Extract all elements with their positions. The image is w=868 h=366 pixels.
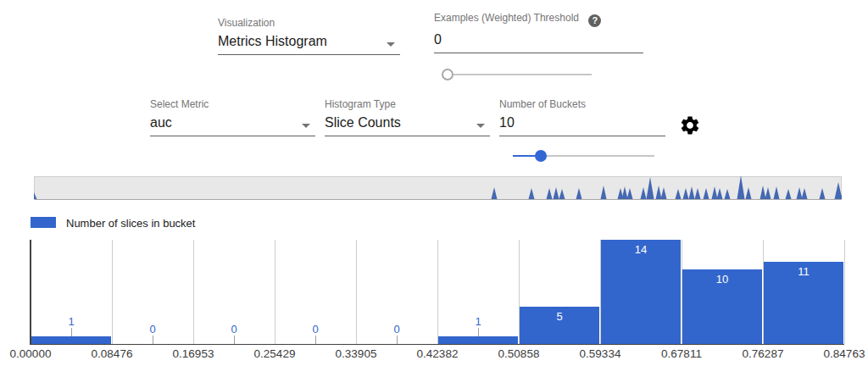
- threshold-label-text: Examples (Weighted) Threshold: [434, 12, 579, 24]
- x-tick-label: 0.50858: [498, 347, 540, 360]
- slice-mark: [661, 187, 667, 199]
- slice-overview-marks: [34, 165, 842, 199]
- annotation-stem: [234, 336, 235, 344]
- x-tick-label: 0.67811: [661, 347, 702, 360]
- slice-mark: [576, 188, 582, 199]
- num-buckets-field[interactable]: Number of Buckets 10: [499, 98, 665, 136]
- slice-mark: [676, 189, 682, 199]
- slice-mark: [746, 187, 752, 199]
- slice-mark: [641, 187, 647, 199]
- x-tick-label: 0.00000: [10, 347, 52, 360]
- chevron-down-icon[interactable]: [476, 124, 485, 128]
- annotation-stem: [315, 336, 316, 344]
- gridline: [275, 240, 275, 344]
- select-metric-value[interactable]: auc: [150, 115, 315, 136]
- annotation-stem: [397, 336, 398, 344]
- gear-icon: [679, 114, 701, 136]
- num-buckets-input[interactable]: 10: [499, 115, 665, 136]
- x-tick-label: 0.16953: [173, 347, 214, 360]
- histogram-bar[interactable]: [31, 336, 111, 344]
- slice-mark: [774, 186, 780, 199]
- slice-mark: [622, 186, 628, 199]
- legend-color-swatch: [31, 217, 56, 228]
- gridline: [437, 240, 438, 344]
- slice-mark: [647, 177, 654, 199]
- slice-mark: [34, 192, 37, 199]
- slice-mark: [559, 189, 565, 199]
- bar-value-annotation: 1: [54, 315, 88, 328]
- slice-mark: [760, 186, 766, 199]
- slice-mark: [835, 182, 843, 199]
- num-buckets-slider-handle[interactable]: [535, 150, 547, 162]
- visualization-selected-text: Metrics Histogram: [218, 34, 327, 48]
- slice-mark: [492, 187, 498, 199]
- x-tick-label: 0.08476: [92, 347, 133, 360]
- tfma-metrics-histogram-panel: Visualization Metrics Histogram Examples…: [0, 0, 868, 366]
- slice-mark: [683, 188, 689, 199]
- slice-mark: [529, 188, 535, 199]
- gridline: [356, 240, 357, 344]
- slice-mark: [717, 188, 723, 199]
- threshold-slider-track[interactable]: [442, 74, 592, 75]
- bar-value-annotation: 0: [298, 323, 332, 336]
- slice-mark: [797, 187, 803, 199]
- histogram-type-dropdown[interactable]: Histogram Type Slice Counts: [325, 98, 490, 136]
- settings-button[interactable]: [679, 114, 701, 136]
- slice-mark: [737, 175, 745, 199]
- x-tick-label: 0.42382: [417, 347, 459, 360]
- slice-mark: [820, 188, 826, 199]
- num-buckets-slider-fill: [513, 155, 537, 157]
- annotation-stem: [478, 328, 479, 336]
- num-buckets-slider[interactable]: [513, 149, 654, 163]
- x-axis-line: [31, 344, 844, 345]
- threshold-slider[interactable]: [442, 68, 592, 81]
- bar-value-annotation: 10: [682, 273, 763, 286]
- slice-mark: [547, 188, 553, 199]
- slice-mark: [786, 189, 792, 199]
- slice-mark: [704, 188, 709, 199]
- visualization-value[interactable]: Metrics Histogram: [218, 34, 400, 55]
- slice-counts-histogram[interactable]: 1000015141011: [31, 240, 844, 345]
- slice-mark: [712, 186, 718, 199]
- num-buckets-label: Number of Buckets: [499, 98, 665, 110]
- threshold-slider-handle[interactable]: [442, 69, 453, 80]
- x-tick-label: 0.76287: [743, 347, 784, 360]
- visualization-dropdown[interactable]: Visualization Metrics Histogram: [218, 17, 400, 55]
- histogram-bar[interactable]: [438, 336, 518, 344]
- slice-mark: [802, 188, 808, 199]
- visualization-label: Visualization: [218, 17, 400, 29]
- slice-mark: [656, 186, 662, 199]
- gridline: [844, 240, 845, 344]
- threshold-label: Examples (Weighted) Threshold ?: [434, 12, 643, 27]
- slice-mark: [725, 189, 731, 199]
- chevron-down-icon[interactable]: [302, 124, 310, 128]
- select-metric-label: Select Metric: [150, 98, 315, 110]
- legend-label: Number of slices in bucket: [66, 217, 195, 230]
- slice-mark: [554, 187, 559, 199]
- help-icon[interactable]: ?: [588, 14, 601, 27]
- x-axis-tick-labels: 0.000000.084760.169530.254290.339050.423…: [31, 347, 868, 363]
- annotation-stem: [71, 328, 72, 336]
- histogram-type-label: Histogram Type: [325, 98, 490, 110]
- threshold-input[interactable]: 0: [434, 32, 643, 53]
- x-tick-label: 0.59334: [580, 347, 621, 360]
- bar-value-annotation: 0: [380, 323, 414, 336]
- histogram-type-value[interactable]: Slice Counts: [325, 115, 490, 136]
- x-tick-label: 0.84763: [824, 347, 865, 360]
- select-metric-dropdown[interactable]: Select Metric auc: [150, 98, 315, 136]
- slice-mark: [689, 186, 695, 199]
- select-metric-selected-text: auc: [150, 115, 172, 130]
- bar-value-annotation: 14: [600, 243, 682, 256]
- slice-mark: [765, 187, 771, 199]
- gridline: [193, 240, 194, 344]
- slice-mark: [601, 186, 607, 199]
- bar-value-annotation: 5: [519, 310, 600, 323]
- threshold-field[interactable]: Examples (Weighted) Threshold ? 0: [434, 12, 643, 53]
- bar-value-annotation: 0: [136, 323, 170, 336]
- x-tick-label: 0.25429: [254, 347, 296, 360]
- chevron-down-icon[interactable]: [387, 42, 395, 47]
- gridline: [112, 240, 113, 344]
- annotation-stem: [153, 336, 153, 344]
- x-tick-label: 0.33905: [336, 347, 377, 360]
- bar-value-annotation: 11: [763, 265, 844, 278]
